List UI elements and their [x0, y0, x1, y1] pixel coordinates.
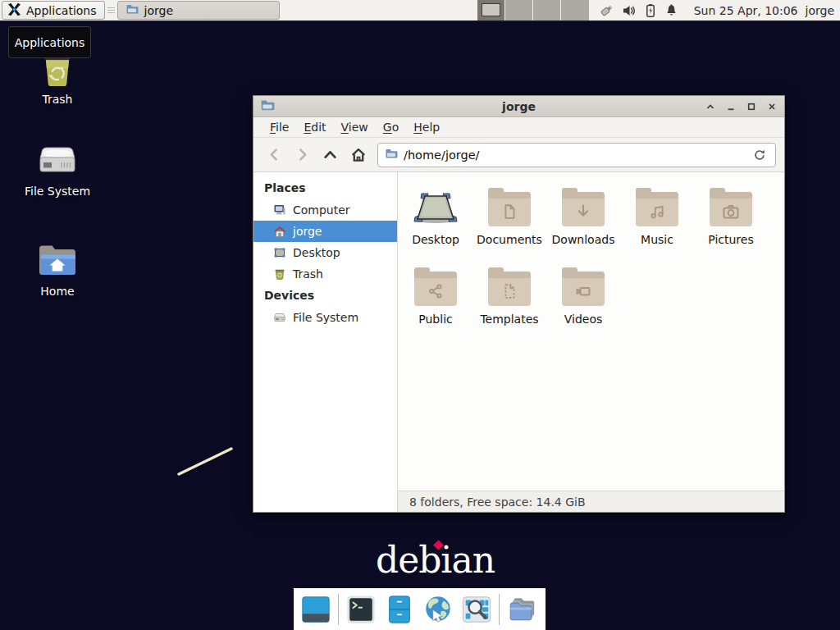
notifications-bell-icon[interactable]: [664, 3, 678, 18]
file-folder-music[interactable]: Music: [620, 184, 694, 246]
sidebar-item-label: jorge: [293, 225, 322, 238]
panel-grip-handle[interactable]: [107, 4, 115, 17]
minimize-icon[interactable]: [725, 101, 737, 112]
up-icon[interactable]: [317, 143, 343, 167]
workspace-window-thumb: [482, 3, 500, 16]
harddrive-icon: [35, 135, 80, 180]
folder-videos-icon: [562, 272, 605, 306]
taskbar-window-label: jorge: [144, 4, 173, 17]
folder-public-icon: [414, 272, 457, 306]
toolbar: [253, 138, 784, 172]
file-view-pane: Desktop Documents Downloads: [398, 172, 784, 512]
file-label: Downloads: [552, 233, 615, 246]
maximize-icon[interactable]: [746, 101, 757, 112]
web-browser-icon[interactable]: [422, 593, 454, 626]
file-folder-videos[interactable]: Videos: [546, 263, 620, 326]
bottom-dock-panel: [294, 588, 546, 630]
sidebar-item-computer[interactable]: Computer: [253, 199, 397, 221]
close-icon[interactable]: [766, 101, 778, 112]
file-label: Videos: [564, 313, 603, 326]
desktop-icon: [411, 184, 460, 226]
back-icon[interactable]: [262, 143, 287, 167]
window-titlebar[interactable]: jorge: [253, 96, 784, 117]
home-icon[interactable]: [345, 143, 371, 167]
desktop-icon-label: File System: [25, 185, 90, 198]
folder-music-icon: [636, 192, 678, 226]
menu-view[interactable]: View: [334, 117, 376, 138]
file-label: Pictures: [708, 233, 753, 246]
sidebar-item-label: Trash: [293, 267, 323, 281]
directory-menu-icon[interactable]: [505, 593, 538, 626]
taskbar-window-button[interactable]: jorge: [117, 1, 280, 20]
applications-menu-button[interactable]: Applications: [2, 1, 105, 20]
folder-icon: [126, 2, 139, 18]
dock-separator: [499, 594, 500, 625]
xfce-logo-icon: [7, 2, 21, 19]
file-label: Documents: [477, 233, 542, 246]
reload-icon[interactable]: [751, 146, 769, 164]
folder-documents-icon: [488, 192, 531, 226]
location-bar[interactable]: [377, 143, 776, 167]
menu-go[interactable]: Go: [376, 117, 406, 138]
desktop-icon-label: Trash: [43, 93, 73, 106]
sidebar-item-desktop[interactable]: Desktop: [253, 242, 397, 263]
panel-username[interactable]: jorge: [806, 4, 840, 17]
show-desktop-icon[interactable]: [299, 593, 332, 626]
file-label: Music: [641, 233, 673, 246]
file-folder-desktop[interactable]: Desktop: [399, 184, 472, 246]
network-icon[interactable]: [599, 3, 614, 18]
file-label: Desktop: [412, 233, 459, 246]
terminal-icon[interactable]: [345, 593, 377, 626]
desktop-icon-file-system[interactable]: File System: [11, 135, 103, 198]
wallpaper-swirl-stroke: [174, 443, 236, 479]
application-finder-icon[interactable]: [460, 593, 493, 626]
file-icon-view[interactable]: Desktop Documents Downloads: [398, 172, 784, 491]
file-folder-pictures[interactable]: Pictures: [694, 184, 768, 246]
file-folder-documents[interactable]: Documents: [472, 184, 546, 246]
battery-charging-icon[interactable]: [644, 3, 657, 18]
window-body: Places Computer jorge Desktop Trash Devi…: [253, 172, 784, 512]
workspace-3[interactable]: [533, 0, 561, 21]
applications-menu-label: Applications: [26, 4, 97, 17]
panel-clock[interactable]: Sun 25 Apr, 10:06: [687, 4, 806, 17]
folder-icon: [385, 147, 398, 163]
file-folder-templates[interactable]: Templates: [472, 263, 546, 326]
sidebar-item-trash[interactable]: Trash: [253, 263, 397, 285]
top-panel: Applications jorge: [0, 0, 840, 22]
sidebar-item-label: Computer: [293, 203, 350, 217]
forward-icon[interactable]: [290, 143, 315, 167]
statusbar: 8 folders, Free space: 14.4 GiB: [398, 491, 784, 512]
folder-pictures-icon: [710, 192, 752, 226]
volume-icon[interactable]: [622, 3, 637, 18]
menu-file[interactable]: File: [262, 117, 296, 138]
harddrive-icon: [273, 311, 286, 324]
folder-downloads-icon: [562, 192, 605, 226]
folder-templates-icon: [488, 272, 531, 306]
shade-icon[interactable]: [705, 101, 716, 112]
file-label: Public: [418, 313, 452, 326]
sidebar-item-file-system[interactable]: File System: [253, 307, 397, 328]
workspace-4[interactable]: [561, 0, 589, 21]
menu-help[interactable]: Help: [406, 117, 447, 138]
menubar: File Edit View Go Help: [253, 117, 784, 138]
workspace-1[interactable]: [477, 0, 505, 21]
location-input[interactable]: [404, 148, 745, 162]
window-controls: [705, 101, 778, 112]
trash-icon: [273, 267, 286, 281]
sidebar-header-places: Places: [253, 177, 397, 199]
file-folder-downloads[interactable]: Downloads: [546, 184, 620, 246]
sidebar-item-jorge[interactable]: jorge: [253, 221, 397, 242]
statusbar-text: 8 folders, Free space: 14.4 GiB: [409, 495, 586, 509]
sidebar-item-label: File System: [293, 311, 358, 324]
sidebar: Places Computer jorge Desktop Trash Devi…: [253, 172, 398, 512]
desktop-icon-home[interactable]: Home: [11, 235, 103, 298]
dock-separator: [338, 594, 339, 625]
menu-edit[interactable]: Edit: [296, 117, 333, 138]
applications-tooltip: Applications: [8, 26, 91, 58]
workspace-2[interactable]: [505, 0, 533, 21]
home-folder-icon: [35, 235, 80, 281]
debian-wallpaper-logo: debian: [376, 541, 495, 580]
file-manager-icon[interactable]: [383, 593, 416, 626]
file-folder-public[interactable]: Public: [399, 263, 472, 326]
computer-icon: [273, 203, 286, 217]
